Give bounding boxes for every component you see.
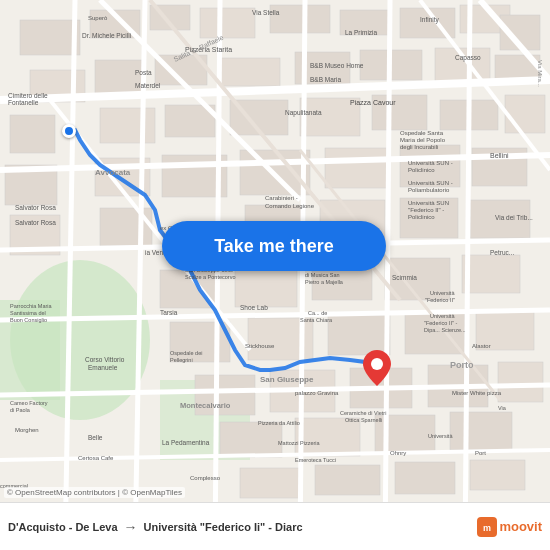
svg-text:Montecalvario: Montecalvario: [180, 401, 231, 410]
svg-rect-46: [462, 255, 520, 293]
svg-rect-16: [220, 58, 280, 86]
svg-text:Università SUN: Università SUN: [408, 200, 449, 206]
svg-text:"Federico II": "Federico II": [425, 297, 455, 303]
origin-pin: [62, 124, 76, 138]
svg-rect-37: [100, 208, 152, 246]
svg-rect-60: [450, 412, 512, 450]
svg-text:Scimmia: Scimmia: [392, 274, 417, 281]
svg-rect-57: [220, 422, 282, 457]
svg-text:La Primizia: La Primizia: [345, 29, 378, 36]
svg-text:Belle: Belle: [88, 434, 103, 441]
svg-text:Bellini: Bellini: [490, 152, 509, 159]
svg-text:Pellegrini: Pellegrini: [170, 357, 193, 363]
svg-text:Santa Chiara: Santa Chiara: [300, 317, 333, 323]
svg-text:Buon Consiglio: Buon Consiglio: [10, 317, 47, 323]
svg-text:Ohnry: Ohnry: [390, 450, 406, 456]
map-svg: Cimitero delle Fontanelle Superò Dr. Mic…: [0, 0, 550, 550]
svg-rect-22: [100, 108, 155, 143]
svg-text:Mister White pizza: Mister White pizza: [452, 390, 502, 396]
svg-text:Stickhouse: Stickhouse: [245, 343, 275, 349]
svg-text:Comando Legione: Comando Legione: [265, 203, 315, 209]
bottom-bar: D'Acquisto - De Leva → Università "Feder…: [0, 502, 550, 550]
svg-text:Superò: Superò: [88, 15, 108, 21]
svg-text:Policlinico: Policlinico: [408, 167, 435, 173]
svg-text:Policlinico: Policlinico: [408, 214, 435, 220]
svg-text:Maria del Popolo: Maria del Popolo: [400, 137, 446, 143]
svg-text:Ospedale Santa: Ospedale Santa: [400, 130, 444, 136]
svg-text:Via Stella: Via Stella: [252, 9, 280, 16]
svg-text:Morghen: Morghen: [15, 427, 39, 433]
svg-text:Parrocchia Maria: Parrocchia Maria: [10, 303, 53, 309]
svg-text:m: m: [483, 523, 491, 533]
svg-text:Emeroteca Tucci: Emeroteca Tucci: [295, 457, 336, 463]
svg-text:Materdel: Materdel: [135, 82, 161, 89]
svg-text:Fontanelle: Fontanelle: [8, 99, 39, 106]
svg-text:Università: Università: [430, 313, 455, 319]
svg-rect-64: [470, 460, 525, 490]
svg-rect-56: [498, 362, 543, 402]
svg-rect-58: [295, 418, 360, 456]
svg-rect-4: [20, 20, 80, 55]
svg-text:Complesso: Complesso: [190, 475, 221, 481]
svg-text:degli Incurabili: degli Incurabili: [400, 144, 438, 150]
svg-text:Pietro a Majella: Pietro a Majella: [305, 279, 344, 285]
svg-rect-33: [325, 148, 387, 188]
svg-rect-43: [235, 265, 297, 307]
svg-text:Infinity: Infinity: [420, 16, 440, 24]
svg-text:B&B Maria: B&B Maria: [310, 76, 341, 83]
svg-text:Università SUN -: Università SUN -: [408, 160, 453, 166]
svg-text:palazzo Gravina: palazzo Gravina: [295, 390, 339, 396]
svg-rect-21: [10, 115, 55, 153]
svg-text:Porto: Porto: [450, 360, 474, 370]
map-attribution: © OpenStreetMap contributors | © OpenMap…: [4, 487, 185, 498]
svg-text:Carabinieri -: Carabinieri -: [265, 195, 298, 201]
svg-text:Cameo Factory: Cameo Factory: [10, 400, 48, 406]
moovit-text: moovit: [499, 519, 542, 534]
svg-text:Poliambulatorio: Poliambulatorio: [408, 187, 450, 193]
svg-text:Posta: Posta: [135, 69, 152, 76]
svg-rect-62: [315, 465, 380, 495]
svg-text:Petruc...: Petruc...: [490, 249, 514, 256]
route-arrow: →: [124, 519, 138, 535]
svg-text:Alastor: Alastor: [472, 343, 491, 349]
svg-text:Ospedale dei: Ospedale dei: [170, 350, 202, 356]
svg-text:Shoe Lab: Shoe Lab: [240, 304, 268, 311]
svg-point-169: [371, 358, 383, 370]
svg-text:Emanuele: Emanuele: [88, 364, 118, 371]
svg-text:Pizzeria da Attilio: Pizzeria da Attilio: [258, 420, 300, 426]
svg-text:Tarsia: Tarsia: [160, 309, 178, 316]
svg-text:Napulitanata: Napulitanata: [285, 109, 322, 117]
destination-pin: [363, 350, 391, 390]
route-from: D'Acquisto - De Leva: [8, 521, 118, 533]
moovit-logo: m moovit: [477, 517, 542, 537]
svg-rect-63: [395, 462, 455, 494]
svg-text:B&B Museo Home: B&B Museo Home: [310, 62, 364, 69]
svg-text:San Giuseppe: San Giuseppe: [260, 375, 314, 384]
svg-text:"Federico II" -: "Federico II" -: [408, 207, 444, 213]
svg-text:Ca... de: Ca... de: [308, 310, 327, 316]
svg-text:di Paola: di Paola: [10, 407, 31, 413]
svg-text:Via dei Trib...: Via dei Trib...: [495, 214, 533, 221]
svg-rect-47: [170, 322, 230, 362]
svg-rect-61: [240, 468, 300, 498]
svg-text:Certosa Cafe: Certosa Cafe: [78, 455, 114, 461]
svg-text:Capasso: Capasso: [455, 54, 481, 62]
svg-rect-49: [328, 315, 390, 355]
svg-text:Avvocata: Avvocata: [95, 168, 131, 177]
svg-text:Dr. Michele Picilli: Dr. Michele Picilli: [82, 32, 131, 39]
svg-text:Salvator Rosa: Salvator Rosa: [15, 219, 56, 226]
svg-text:Scalze a Pontecorvo: Scalze a Pontecorvo: [185, 274, 235, 280]
svg-text:Ottica Sparnelli: Ottica Sparnelli: [345, 417, 382, 423]
svg-text:Università SUN -: Università SUN -: [408, 180, 453, 186]
svg-text:Via Mira...: Via Mira...: [537, 60, 543, 87]
svg-text:Port: Port: [475, 450, 486, 456]
svg-text:di Musica San: di Musica San: [305, 272, 340, 278]
svg-text:Corso Vittorio: Corso Vittorio: [85, 356, 125, 363]
svg-text:Cimitero delle: Cimitero delle: [8, 92, 48, 99]
svg-text:Ceramiche di Vietri: Ceramiche di Vietri: [340, 410, 386, 416]
route-to: Università "Federico Ii" - Diarc: [144, 521, 303, 533]
take-me-there-button[interactable]: Take me there: [162, 221, 386, 271]
svg-text:Mattozzi Pizzeria: Mattozzi Pizzeria: [278, 440, 321, 446]
svg-text:Università: Università: [428, 433, 453, 439]
svg-text:"Federico II" -: "Federico II" -: [424, 320, 457, 326]
